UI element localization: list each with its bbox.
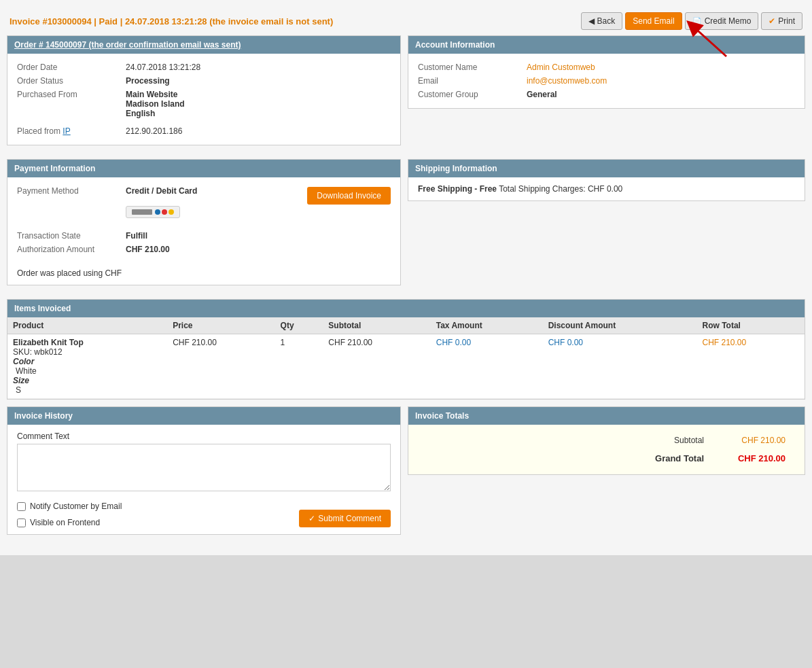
customer-group-row: Customer Group General [418,88,795,101]
order-currency-note: Order was placed using CHF [17,268,391,278]
download-btn-container: Download Invoice [307,184,391,205]
visible-label: Visible on Frontend [30,518,100,527]
subtotal-cell: CHF 210.00 [323,334,430,399]
back-button[interactable]: ◀ Back [581,12,623,30]
payment-info-section: Payment Information Payment Method Credi… [7,159,401,285]
purchased-from-value: Main WebsiteMadison IslandEnglish [126,90,185,118]
customer-group-label: Customer Group [418,90,527,99]
shipping-value: Free Shipping - Free [418,184,497,194]
order-status-label: Order Status [17,76,126,86]
payment-method-label: Payment Method [17,186,126,196]
card-icon-container [17,202,197,222]
payment-info-header: Payment Information [7,160,400,177]
transaction-state-value: Fulfill [126,231,147,241]
product-color-value: White [13,366,162,376]
payment-method-col: Payment Method Credit / Debit Card [17,184,197,226]
order-date-label: Order Date [17,63,126,72]
send-email-button[interactable]: Send Email [625,12,682,30]
grand-total-value: CHF 210.00 [724,453,785,463]
submit-icon: ✓ [308,514,315,523]
subtotal-row: Subtotal CHF 210.00 [418,432,795,449]
product-color-label: Color [13,357,162,366]
order-status-row: Order Status Processing [17,74,391,88]
ip-link[interactable]: IP [63,126,70,136]
items-header: Items Invoiced [7,300,805,317]
email-row: Email info@customweb.com [418,74,795,88]
dot-blue [155,209,160,215]
download-invoice-button[interactable]: Download Invoice [307,187,391,205]
print-icon: ✔ [769,16,775,26]
price-cell: CHF 210.00 [167,334,275,399]
placed-ip-row: Placed from IP 212.90.201.186 [17,124,391,138]
col-product: Product [7,317,167,334]
payment-method-value: Credit / Debit Card [126,186,197,196]
product-size-label: Size [13,376,162,385]
invoice-totals-section: Invoice Totals Subtotal CHF 210.00 Grand… [408,406,805,475]
order-date-row: Order Date 24.07.2018 13:21:28 [17,60,391,74]
order-info-section: Order # 145000097 (the order confirmatio… [7,35,401,145]
notify-checkbox[interactable] [17,502,26,511]
subtotal-value: CHF 210.00 [724,436,785,445]
print-button[interactable]: ✔ Print [761,12,802,30]
grand-total-row: Grand Total CHF 210.00 [418,449,795,468]
auth-amount-label: Authorization Amount [17,245,126,254]
email-link[interactable]: info@customweb.com [527,76,607,86]
shipping-info-body: Free Shipping - Free Total Shipping Char… [408,177,805,200]
shipping-info-header: Shipping Information [408,160,805,177]
comment-label: Comment Text [17,432,391,441]
transaction-state-label: Transaction State [17,231,126,241]
dot-red [162,209,167,215]
col-tax: Tax Amount [431,317,543,334]
shipping-charges: Total Shipping Charges: CHF 0.00 [499,184,622,194]
card-stripe [132,209,152,215]
discount-cell: CHF 0.00 [543,334,697,399]
notify-label: Notify Customer by Email [30,502,122,511]
submit-comment-button[interactable]: ✓ Submit Comment [299,510,391,527]
shipping-info-title: Shipping Information [415,164,497,173]
placed-ip-value: 212.90.201.186 [126,126,182,136]
total-cell: CHF 210.00 [696,334,805,399]
product-sku: SKU: wbk012 [13,347,162,357]
card-icon [126,206,180,218]
items-title: Items Invoiced [14,304,71,313]
card-dots [155,209,174,215]
invoice-totals-body: Subtotal CHF 210.00 Grand Total CHF 210.… [408,425,805,474]
payment-method-row: Payment Method Credit / Debit Card [17,184,197,198]
credit-memo-button[interactable]: 📄 Credit Memo [685,12,759,30]
comment-textarea[interactable] [17,444,391,491]
submit-btn-container: ✓ Submit Comment [299,510,391,527]
account-info-section: Account Information Customer Name Admin … [408,35,805,109]
shipping-info-section: Shipping Information Free Shipping - Fre… [408,159,805,201]
payment-info-body: Payment Method Credit / Debit Card [7,177,400,285]
product-name: Elizabeth Knit Top [13,338,162,347]
product-size-value: S [13,385,162,395]
purchased-from-row: Purchased From Main WebsiteMadison Islan… [17,88,391,120]
customer-name-label: Customer Name [418,63,527,72]
placed-ip-label: Placed from IP [17,126,126,136]
account-info-header: Account Information [408,36,805,54]
order-date-value: 24.07.2018 13:21:28 [126,63,200,72]
auth-amount-value: CHF 210.00 [126,245,170,254]
customer-name-row: Customer Name Admin Customweb [418,60,795,74]
order-info-body: Order Date 24.07.2018 13:21:28 Order Sta… [7,54,400,145]
table-header-row: Product Price Qty Subtotal Tax Amount Di… [7,317,805,334]
col-total: Row Total [696,317,805,334]
items-body: Product Price Qty Subtotal Tax Amount Di… [7,317,805,399]
invoice-history-body: Comment Text Notify Customer by Email Vi… [7,425,400,534]
order-status-value: Processing [126,76,170,86]
col-discount: Discount Amount [543,317,697,334]
purchased-from-label: Purchased From [17,90,126,118]
subtotal-label: Subtotal [650,436,704,445]
back-icon: ◀ [588,16,595,26]
grand-total-label: Grand Total [650,453,704,463]
product-cell: Elizabeth Knit Top SKU: wbk012 Color Whi… [7,334,167,399]
credit-memo-icon: 📄 [692,17,702,26]
customer-name-link[interactable]: Admin Customweb [527,63,595,72]
order-number-link[interactable]: Order # 145000097 (the order confirmatio… [14,40,241,50]
invoice-totals-title: Invoice Totals [415,411,469,421]
header-buttons: ◀ Back Send Email 📄 Credit Memo ✔ Print [581,12,802,30]
email-label: Email [418,76,527,86]
customer-name-value: Admin Customweb [527,63,595,72]
tax-cell: CHF 0.00 [431,334,543,399]
visible-checkbox[interactable] [17,518,26,527]
